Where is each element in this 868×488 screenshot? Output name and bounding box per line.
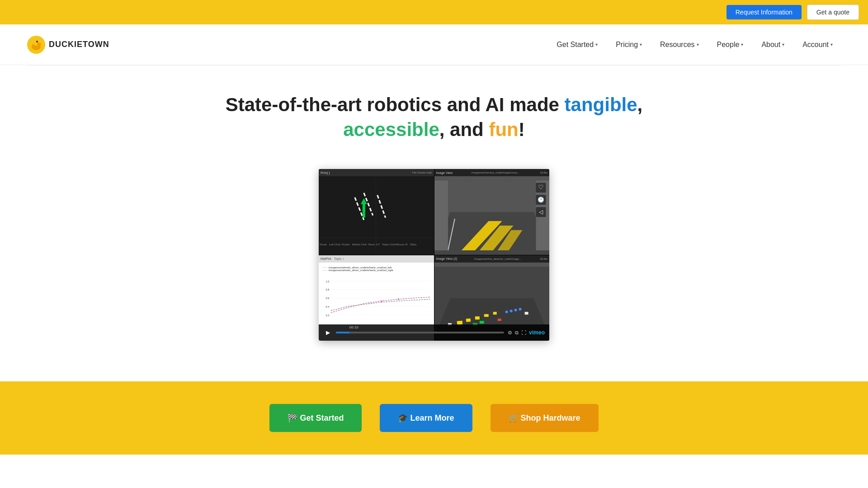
svg-rect-48 [524,312,528,314]
vimeo-logo: vimeo [529,329,545,336]
hero-title-end: ! [519,119,525,140]
svg-text:0.6: 0.6 [326,297,329,300]
chevron-down-icon: ▾ [782,42,784,47]
svg-point-4 [37,42,41,45]
svg-point-54 [519,308,521,310]
hero-title-fun: fun [489,119,518,140]
svg-point-39 [397,298,399,300]
svg-rect-45 [484,314,488,317]
nav-label-get-started: Get Started [557,41,594,49]
nav-label-about: About [761,41,780,49]
nav-item-account[interactable]: Account ▾ [794,37,841,52]
camera-topbar: Image View /megaman/camera_node/image/co… [434,169,550,176]
svg-text:0.2: 0.2 [326,314,329,316]
svg-text:🕐: 🕐 [538,196,544,203]
svg-text:0.8: 0.8 [326,288,329,291]
rviz-title: RViz[ ] [321,171,330,174]
svg-rect-42 [457,320,462,324]
rviz-topbar: RViz[ ] File Panels Help [319,169,434,176]
nav-item-pricing[interactable]: Pricing ▾ [608,37,650,52]
camera-road: ♡ 🕐 ◁ [434,176,550,255]
learn-more-cta-button[interactable]: 🎓 Learn More [380,404,472,432]
nav-label-resources: Resources [660,41,694,49]
nav-label-account: Account [802,41,829,49]
picture-in-picture-icon[interactable]: ⧉ [515,330,519,336]
svg-rect-10 [363,213,365,218]
svg-point-3 [36,41,38,42]
nav-item-people[interactable]: People ▾ [709,37,752,52]
chevron-down-icon: ▾ [830,42,833,47]
navbar: DUCKIETOWN Get Started ▾ Pricing ▾ Resou… [0,24,868,65]
svg-rect-5 [319,179,434,252]
video-controls: ▶ 00:10 ⚙ ⧉ ⛶ vimeo [319,324,549,341]
svg-text:0.4: 0.4 [326,305,329,308]
chevron-down-icon: ▾ [741,42,743,47]
top-bar: Request Information Get a quote [0,0,868,24]
hero-title-accessible: accessible [343,119,439,140]
get-started-cta-button[interactable]: 🏁 Get Started [269,404,362,432]
get-quote-button[interactable]: Get a quote [807,5,859,20]
request-info-button[interactable]: Request Information [726,5,802,19]
video-frame[interactable]: RViz[ ] File Panels Help [319,169,549,341]
plot-topbar: MatPlot Topic: / [319,255,434,263]
hero-title-part1: State-of-the-art robotics and AI made [226,94,565,115]
play-button[interactable]: ▶ [323,328,332,337]
shop-hardware-cta-button[interactable]: 🛒 Shop Hardware [491,404,599,432]
logo-icon [27,36,45,54]
progress-bar-fill [336,332,349,333]
hero-section: State-of-the-art robotics and AI made ta… [0,66,868,155]
rviz-panel: RViz[ ] File Panels Help [319,169,434,255]
nav-label-people: People [717,41,740,49]
hero-title-tangible: tangible [565,94,637,115]
hero-title: State-of-the-art robotics and AI made ta… [9,93,859,142]
svg-point-38 [381,300,382,302]
svg-text:◁: ◁ [539,209,543,215]
video-container: RViz[ ] File Panels Help [0,155,868,354]
logo-text: DUCKIETOWN [49,40,109,49]
rviz-area: Reset Left-Click: Rotate Middle-Click: M… [319,176,434,255]
logo[interactable]: DUCKIETOWN [27,36,109,54]
nav-links: Get Started ▾ Pricing ▾ Resources ▾ Peop… [548,37,841,52]
camera-panel: Image View /megaman/camera_node/image/co… [434,169,550,255]
svg-text:1.0: 1.0 [326,280,329,282]
progress-bar[interactable]: 00:10 [336,332,504,333]
svg-point-52 [509,310,512,312]
plot-legend: —— /megaman/wheels_driver_node/wheels_cm… [322,266,430,272]
svg-rect-19 [434,181,448,251]
nav-label-pricing: Pricing [616,41,638,49]
plot-svg: 1.0 0.8 0.6 0.4 0.2 [322,273,430,327]
settings-icon[interactable]: ⚙ [508,330,512,336]
fullscreen-icon[interactable]: ⛶ [521,330,526,335]
svg-rect-50 [479,321,484,324]
detector-topbar: Image View (2) /megaman/line_detector_no… [434,255,550,263]
svg-point-53 [514,309,517,311]
plot-legend-2: /megaman/wheels_driver_node/wheels_cmd/v… [329,269,393,272]
hero-title-part2: , [637,94,643,115]
nav-item-get-started[interactable]: Get Started ▾ [548,37,606,52]
svg-rect-46 [493,312,496,314]
svg-text:♡: ♡ [538,184,544,191]
camera-svg: ♡ 🕐 ◁ [434,176,550,255]
timestamp-label: 00:10 [349,325,359,329]
nav-item-about[interactable]: About ▾ [753,37,793,52]
chevron-down-icon: ▾ [595,42,598,47]
svg-rect-55 [497,319,501,321]
video-grid: RViz[ ] File Panels Help [319,169,549,341]
vimeo-controls: ⚙ ⧉ ⛶ vimeo [508,329,545,336]
chevron-down-icon: ▾ [697,42,699,47]
chevron-down-icon: ▾ [640,42,642,47]
cta-section: 🏁 Get Started 🎓 Learn More 🛒 Shop Hardwa… [0,381,868,455]
nav-item-resources[interactable]: Resources ▾ [652,37,707,52]
svg-point-51 [505,310,508,313]
svg-rect-44 [475,316,479,319]
hero-title-part3: , and [439,119,489,140]
svg-rect-43 [466,318,471,322]
